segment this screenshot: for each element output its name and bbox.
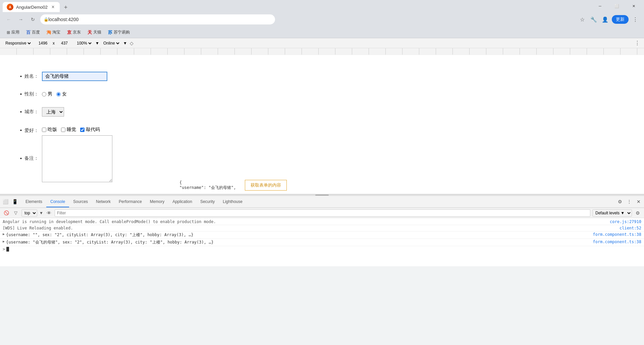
forward-button[interactable]: → (16, 15, 25, 24)
get-form-button[interactable]: 获取表单的内容 (245, 180, 287, 191)
hobby-sleep-checkbox[interactable] (61, 128, 65, 132)
console-source-2[interactable]: client:52 (594, 226, 641, 230)
console-source-4[interactable]: form.component.ts:38 (593, 239, 642, 244)
notes-bullet: • (20, 156, 22, 161)
responsive-select[interactable]: Responsive (4, 41, 32, 46)
zoom-separator: ▼ (95, 41, 99, 46)
apps-icon: ⊞ (7, 30, 10, 35)
address-input[interactable] (40, 14, 275, 24)
console-filter-input[interactable] (55, 209, 590, 217)
form-section: • 姓名： • 性别： 男 女 (20, 72, 631, 161)
taobao-icon: 淘 (47, 29, 51, 36)
gender-label: 性别： (24, 91, 39, 97)
name-label: 姓名： (24, 73, 39, 79)
hobbies-label: 爱好： (24, 128, 39, 134)
tab-application[interactable]: Application (168, 197, 196, 207)
tianmao-icon: 天 (88, 29, 92, 36)
gender-male-radio[interactable] (42, 92, 46, 96)
reload-button[interactable]: ↻ (28, 15, 38, 24)
menu-button[interactable]: ⋮ (631, 15, 640, 24)
json-line2: "username": "会飞的母猪", (179, 185, 236, 191)
viewport-bar: Responsive x 100% ▼ Online ▼ ◇ ⋮ (0, 38, 644, 48)
more-devtools-button[interactable]: ⋮ (625, 198, 633, 206)
more-options-button[interactable]: ⋮ (635, 40, 640, 46)
devtools-panel: ⬜ 📱 Elements Console Sources Network Per… (0, 196, 644, 266)
bookmark-jingdong[interactable]: 京 京东 (64, 28, 84, 37)
page-inner: • 姓名： • 性别： 男 女 (0, 55, 644, 178)
close-button[interactable]: ✕ (626, 1, 641, 11)
hobby-code-checkbox[interactable] (80, 128, 85, 132)
viewport-size: x (35, 41, 73, 46)
network-chevron: ▼ (123, 41, 127, 46)
gender-female-label: 女 (62, 91, 67, 97)
hobby-eat-checkbox[interactable] (42, 128, 46, 132)
bookmarks-bar: ⊞ 应用 百 百度 淘 淘宝 京 京东 天 天猫 苏 苏宁易购 (0, 27, 644, 38)
maximize-button[interactable]: ⬜ (609, 1, 625, 11)
minimize-button[interactable]: ─ (592, 1, 608, 11)
console-text-2: [WDS] Live Reloading enabled. (3, 226, 592, 230)
settings-icon-button[interactable]: ⚙ (616, 198, 624, 206)
back-button[interactable]: ← (4, 15, 13, 24)
console-cursor[interactable] (6, 247, 9, 252)
viewport-height[interactable] (56, 41, 73, 46)
notes-textarea[interactable] (42, 135, 112, 182)
gender-male-item[interactable]: 男 (42, 91, 52, 97)
device-toggle-button[interactable]: 📱 (11, 198, 19, 206)
clear-console-button[interactable]: 🚫 (3, 209, 10, 217)
devtools-tabs: ⬜ 📱 Elements Console Sources Network Per… (0, 196, 644, 208)
levels-select[interactable]: Default levels ▼ (592, 209, 632, 217)
rotate-icon[interactable]: ◇ (130, 41, 133, 46)
console-arrow-3[interactable]: ▶ (3, 232, 5, 236)
console-message-1: Angular is running in development mode. … (0, 219, 644, 225)
bookmark-suning[interactable]: 苏 苏宁易购 (105, 28, 132, 37)
devtools-left-icons: ⬜ 📱 (1, 198, 19, 206)
notes-label: 备注： (24, 155, 39, 161)
bookmark-tianmao[interactable]: 天 天猫 (85, 28, 104, 37)
bookmark-baidu[interactable]: 百 百度 (23, 28, 43, 37)
tab-performance[interactable]: Performance (115, 197, 146, 207)
hobby-code-item[interactable]: 敲代码 (80, 127, 100, 133)
active-tab[interactable]: A AngularDemo02 ✕ (3, 2, 60, 12)
viewport-width[interactable] (35, 41, 51, 46)
lock-icon: 🔒 (44, 17, 49, 22)
hobby-eat-item[interactable]: 吃饭 (42, 127, 57, 133)
tab-close-button[interactable]: ✕ (50, 4, 56, 10)
tab-lighthouse[interactable]: Lighthouse (219, 197, 247, 207)
network-select[interactable]: Online (102, 41, 120, 46)
hobbies-row: • 爱好： 吃饭 睡觉 敲代码 (20, 127, 631, 182)
gender-female-radio[interactable] (56, 92, 61, 96)
update-button[interactable]: 更新 (612, 15, 629, 24)
bookmark-apps[interactable]: ⊞ 应用 (4, 28, 22, 37)
tab-sources[interactable]: Sources (69, 197, 92, 207)
context-select[interactable]: top (21, 209, 37, 217)
address-bar: ← → ↻ 🔒 ☆ 🔧 👤 更新 ⋮ (0, 12, 644, 27)
tab-memory[interactable]: Memory (146, 197, 168, 207)
ruler-bar (0, 48, 644, 55)
profile-button[interactable]: 👤 (600, 15, 610, 24)
console-text-1: Angular is running in development mode. … (3, 219, 592, 224)
console-source-1[interactable]: core.js:27910 (594, 219, 641, 224)
gender-female-item[interactable]: 女 (56, 91, 67, 97)
filter-toggle-button[interactable]: ▽ (12, 209, 19, 217)
star-button[interactable]: ☆ (578, 15, 587, 24)
context-chevron: ▼ (39, 211, 43, 215)
new-tab-button[interactable]: + (61, 3, 70, 12)
city-select[interactable]: 上海 北京 广州 深圳 (42, 107, 64, 117)
console-source-3[interactable]: form.component.ts:38 (593, 232, 642, 237)
console-message-4: ▶ {username: "会飞的母猪", sex: "2", cityList… (0, 239, 644, 246)
extensions-button[interactable]: 🔧 (589, 15, 598, 24)
eye-button[interactable]: 👁 (45, 209, 53, 217)
bookmark-taobao[interactable]: 淘 淘宝 (44, 28, 63, 37)
tab-security[interactable]: Security (196, 197, 219, 207)
zoom-select[interactable]: 100% (75, 41, 93, 46)
console-settings-button[interactable]: ⚙ (634, 209, 641, 217)
tab-elements[interactable]: Elements (21, 197, 46, 207)
inspect-button[interactable]: ⬜ (1, 198, 9, 206)
console-arrow-4[interactable]: ▶ (3, 239, 5, 243)
name-input[interactable] (42, 72, 107, 81)
hobby-sleep-item[interactable]: 睡觉 (61, 127, 76, 133)
tab-network[interactable]: Network (92, 197, 115, 207)
tab-console[interactable]: Console (46, 197, 69, 207)
close-devtools-button[interactable]: ✕ (635, 198, 643, 206)
suning-icon: 苏 (108, 29, 112, 36)
